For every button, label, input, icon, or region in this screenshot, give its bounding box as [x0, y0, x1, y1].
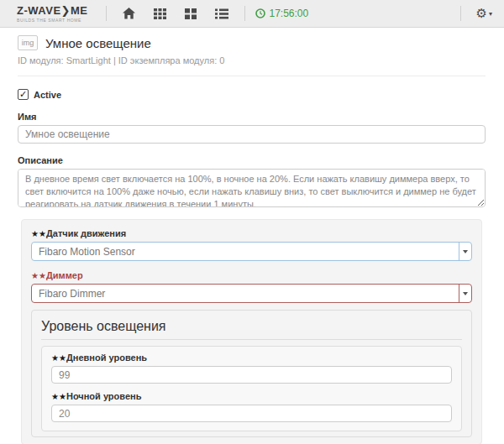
section-divider [41, 339, 462, 340]
clock-time: 17:56:00 [269, 8, 308, 19]
required-stars-icon: ★★ [51, 353, 66, 363]
main-content: img Умное освещение ID модуля: SmartLigh… [0, 35, 504, 444]
night-level-label: ★★Ночной уровень [51, 391, 452, 402]
gear-icon: ⚙ [476, 8, 487, 20]
description-textarea[interactable]: В дневное время свет включается на 100%,… [18, 169, 486, 207]
light-level-fieldset: Уровень освещения ★★Дневной уровень ★★Но… [31, 310, 472, 437]
active-checkbox-row[interactable]: ✓ Active [18, 89, 486, 100]
night-level-input[interactable] [51, 405, 452, 422]
brand-tagline: BUILDS THE SMART HOME [17, 18, 87, 23]
clock-icon [255, 8, 265, 18]
topbar-divider [460, 6, 461, 21]
widgets-grid-icon[interactable] [185, 8, 197, 19]
brand-logo-text: Z-WAVE❯ME [17, 4, 87, 17]
motion-sensor-select[interactable]: Fibaro Motion Sensor [31, 242, 472, 261]
page-title: Умное освещение [45, 36, 151, 50]
settings-menu-button[interactable]: ⚙ ▾ [476, 8, 492, 20]
light-level-well: ★★Дневной уровень ★★Ночной уровень [41, 346, 462, 431]
select-arrow-icon [459, 285, 471, 302]
description-label: Описание [18, 155, 486, 165]
name-field-group: Имя [18, 112, 486, 144]
night-level-field: ★★Ночной уровень [51, 391, 452, 422]
dimmer-select[interactable]: Fibaro Dimmer [31, 284, 472, 303]
required-stars-icon: ★★ [31, 229, 46, 238]
description-field-group: Описание В дневное время свет включается… [18, 155, 486, 211]
day-level-field: ★★Дневной уровень [51, 353, 452, 384]
list-icon[interactable] [215, 8, 228, 19]
name-label: Имя [18, 112, 486, 122]
chevron-down-icon: ▾ [489, 10, 492, 18]
module-header: img Умное освещение [18, 35, 486, 50]
motion-sensor-label: ★★Датчик движения [31, 228, 472, 239]
dimmer-label: ★★Диммер [31, 270, 472, 281]
brand-logo[interactable]: Z-WAVE❯ME BUILDS THE SMART HOME [17, 4, 87, 23]
module-params-panel: ★★Датчик движения Fibaro Motion Sensor ★… [21, 219, 482, 444]
module-image-placeholder: img [18, 35, 38, 50]
topbar-divider [106, 6, 107, 21]
module-id-subtitle: ID модуля: SmartLight | ID экземпляра мо… [18, 55, 486, 65]
active-label: Active [34, 90, 61, 100]
day-level-input[interactable] [51, 366, 452, 384]
select-arrow-icon [459, 243, 471, 260]
header-divider [18, 76, 486, 76]
day-level-label: ★★Дневной уровень [51, 353, 452, 363]
name-input[interactable] [18, 125, 486, 144]
clock-widget: 17:56:00 [255, 8, 308, 19]
light-level-title: Уровень освещения [41, 316, 462, 333]
dimmer-value: Fibaro Dimmer [39, 288, 105, 300]
topbar: Z-WAVE❯ME BUILDS THE SMART HOME [0, 0, 504, 28]
topbar-divider [244, 6, 245, 21]
apps-grid-icon[interactable] [154, 8, 166, 19]
required-stars-icon: ★★ [31, 271, 46, 280]
required-stars-icon: ★★ [51, 392, 66, 401]
motion-sensor-value: Fibaro Motion Sensor [39, 246, 135, 258]
active-checkbox[interactable]: ✓ [18, 89, 29, 100]
home-icon[interactable] [123, 8, 135, 19]
